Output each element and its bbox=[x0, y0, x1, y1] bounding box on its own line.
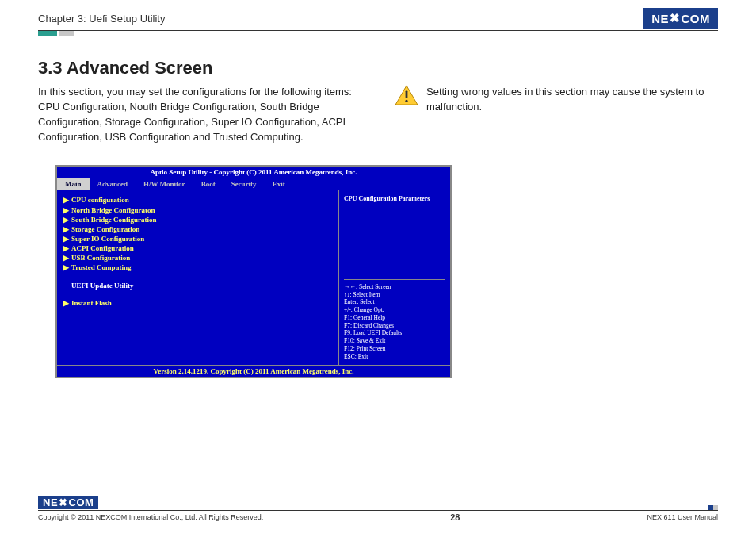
arrow-right-icon: ▶ bbox=[63, 299, 69, 307]
bios-key-line: F10: Save & Exit bbox=[344, 337, 445, 345]
bios-menu-list: ▶CPU configuration ▶North Bridge Configu… bbox=[57, 190, 339, 365]
bios-key-line: F12: Print Screen bbox=[344, 345, 445, 353]
bios-menu-item[interactable]: ▶CPU configuration bbox=[63, 195, 332, 205]
bios-key-line: F1: General Help bbox=[344, 314, 445, 322]
bios-tab-hwmonitor[interactable]: H/W Monitor bbox=[136, 178, 193, 190]
bios-key-legend: →←: Select Screen ↑↓: Select Item Enter:… bbox=[344, 279, 445, 361]
arrow-right-icon: ▶ bbox=[63, 216, 69, 224]
footer-squares-icon bbox=[708, 505, 718, 510]
bios-section-label: UEFI Update Utility bbox=[71, 281, 332, 290]
arrow-right-icon: ▶ bbox=[63, 196, 69, 204]
warning-icon bbox=[395, 85, 418, 110]
bios-help-title: CPU Configuration Parameters bbox=[344, 195, 445, 202]
chapter-title: Chapter 3: Uefi Setup Utility bbox=[38, 13, 165, 25]
bios-key-line: →←: Select Screen bbox=[344, 283, 445, 291]
svg-rect-1 bbox=[406, 90, 408, 98]
bios-version-footer: Version 2.14.1219. Copyright (C) 2011 Am… bbox=[57, 365, 450, 377]
logo-x-icon: ✖ bbox=[670, 11, 681, 25]
bios-key-line: F9: Load UEFI Defaults bbox=[344, 329, 445, 337]
bios-key-line: ↑↓: Select Item bbox=[344, 291, 445, 299]
bios-tab-main[interactable]: Main bbox=[57, 178, 90, 190]
bios-menu-item[interactable]: ▶South Bridge Configuration bbox=[63, 215, 332, 224]
bios-tab-security[interactable]: Security bbox=[223, 178, 265, 190]
bios-screenshot: Aptio Setup Utility - Copyright (C) 2011… bbox=[55, 165, 452, 378]
bios-key-line: Enter: Select bbox=[344, 298, 445, 306]
bios-key-line: +/-: Change Opt. bbox=[344, 306, 445, 314]
page-heading: 3.3 Advanced Screen bbox=[38, 58, 718, 79]
copyright-text: Copyright © 2011 NEXCOM International Co… bbox=[38, 513, 263, 521]
bios-menu-item[interactable]: ▶Instant Flash bbox=[63, 298, 332, 308]
bios-tab-exit[interactable]: Exit bbox=[265, 178, 293, 190]
bios-menu-item[interactable]: ▶Storage Configuration bbox=[63, 224, 332, 234]
arrow-right-icon: ▶ bbox=[63, 235, 69, 243]
bios-menu-item[interactable]: ▶Super IO Configuration bbox=[63, 234, 332, 243]
bios-tab-advanced[interactable]: Advanced bbox=[90, 178, 136, 190]
arrow-right-icon: ▶ bbox=[63, 263, 69, 271]
arrow-right-icon: ▶ bbox=[63, 206, 69, 214]
svg-point-2 bbox=[405, 100, 407, 102]
arrow-right-icon: ▶ bbox=[63, 244, 69, 252]
bios-tab-bar: Main Advanced H/W Monitor Boot Security … bbox=[57, 178, 450, 190]
bios-menu-item[interactable]: ▶USB Configuration bbox=[63, 253, 332, 263]
intro-text: In this section, you may set the configu… bbox=[38, 85, 371, 144]
bios-menu-item[interactable]: ▶North Bridge Configuraton bbox=[63, 205, 332, 215]
warning-text: Setting wrong values in this section may… bbox=[426, 85, 718, 115]
bios-key-line: ESC: Exit bbox=[344, 353, 445, 361]
bios-menu-item[interactable]: ▶ACPI Configuration bbox=[63, 243, 332, 253]
bios-title-bar: Aptio Setup Utility - Copyright (C) 2011… bbox=[57, 167, 450, 178]
footer-rule bbox=[38, 510, 718, 511]
footer-brand-logo: NE✖COM bbox=[38, 495, 98, 510]
arrow-right-icon: ▶ bbox=[63, 225, 69, 233]
bios-menu-item[interactable]: ▶Trusted Computing bbox=[63, 263, 332, 272]
bios-tab-boot[interactable]: Boot bbox=[193, 178, 223, 190]
logo-x-icon: ✖ bbox=[59, 497, 68, 508]
manual-name: NEX 611 User Manual bbox=[647, 513, 718, 521]
bios-key-line: F7: Discard Changes bbox=[344, 322, 445, 330]
page-number: 28 bbox=[450, 512, 460, 522]
arrow-right-icon: ▶ bbox=[63, 254, 69, 262]
brand-logo: NE✖COM bbox=[643, 8, 718, 29]
